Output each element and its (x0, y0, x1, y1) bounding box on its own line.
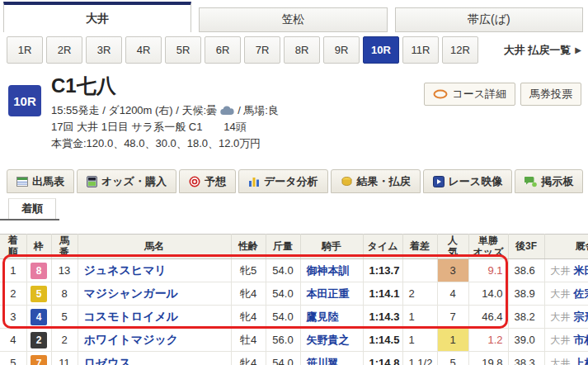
payout-list-link[interactable]: 大井 払戻一覧 ▶ (504, 43, 581, 58)
betting-label: 馬券投票 (529, 87, 572, 102)
table-header-row: 着 順 枠 馬 番 馬名 性齢 斤量 騎手 タイム 着差 人 気 単勝 オッズ … (0, 235, 588, 259)
sub-tab-label: 着順 (21, 201, 43, 216)
tab-odds-purchase[interactable]: オッズ・購入 (77, 169, 176, 193)
time-cell: 1:14.1 (363, 282, 402, 306)
trainer-link[interactable]: 佐宗応 (574, 287, 588, 300)
stable-track: 大井 (551, 334, 571, 346)
results-table: 着 順 枠 馬 番 馬名 性齢 斤量 騎手 タイム 着差 人 気 単勝 オッズ … (0, 234, 588, 365)
track-oval-icon (433, 89, 448, 99)
coins-icon (341, 176, 353, 187)
race-button-1r[interactable]: 1R (7, 36, 43, 64)
bracket-cell: 2 (26, 329, 51, 352)
jockey-link[interactable]: 御神本訓 (307, 264, 350, 277)
margin-cell: 1 (402, 329, 437, 352)
horse-name-cell: マジシャンガール (78, 282, 231, 306)
race-button-3r[interactable]: 3R (86, 36, 122, 64)
jockey-link[interactable]: 鷹見陸 (307, 310, 339, 323)
race-conditions-line: 15:55発走 / ダ1200m (右) / 天候:曇 / 馬場:良 (51, 102, 279, 119)
bar-chart-icon (248, 176, 260, 187)
trainer-link[interactable]: 米田英 (574, 264, 588, 277)
race-button-8r[interactable]: 8R (284, 36, 320, 64)
horse-name-cell: ホワイトマジック (78, 329, 231, 352)
trainer-link[interactable]: 市村誠 (574, 334, 588, 346)
horse-name-link[interactable]: コスモトロイメル (84, 310, 179, 323)
carried-weight: 54.0 (266, 259, 300, 282)
last-3f-cell: 38.3 (508, 352, 544, 365)
trainer-link[interactable]: 宗形竹 (574, 310, 588, 323)
race-button-4r[interactable]: 4R (125, 36, 162, 64)
table-row: 1 8 13 ジュネスヒマリ 牝5 54.0 御神本訓 1:13.7 3 9.1… (0, 259, 588, 282)
horse-name-link[interactable]: ジュネスヒマリ (84, 263, 167, 277)
time-cell: 1:14.8 (363, 352, 402, 365)
results-table-wrap: 着 順 枠 馬 番 馬名 性齢 斤量 騎手 タイム 着差 人 気 単勝 オッズ … (0, 234, 588, 365)
margin-cell (402, 259, 437, 282)
bracket-badge: 7 (31, 355, 47, 365)
tab-race-video[interactable]: レース映像 (423, 169, 513, 193)
carried-weight: 54.0 (266, 282, 300, 306)
carried-weight: 54.0 (266, 306, 300, 329)
jockey-cell: 御神本訓 (300, 259, 363, 282)
win-odds-cell: 19.8 (468, 352, 508, 365)
track-tab-obihiro[interactable]: 帯広(ば) (395, 7, 583, 32)
jockey-cell: 本田正重 (300, 282, 363, 306)
popularity-cell: 5 (437, 352, 468, 365)
race-button-6r[interactable]: 6R (205, 36, 241, 64)
tab-results-payout-label: 結果・払戻 (357, 174, 411, 189)
win-odds-cell: 1.2 (468, 329, 508, 352)
tab-prediction-label: 予想 (205, 174, 226, 189)
horse-name-cell: ロゼウス (78, 352, 231, 365)
cloud-weather-icon (220, 106, 234, 116)
target-icon (189, 176, 200, 187)
col-header-last3f: 後3F (508, 235, 544, 259)
tab-racecard[interactable]: 出馬表 (7, 169, 74, 193)
col-header-weight: 斤量 (266, 235, 300, 259)
sub-tab-finish-order[interactable]: 着順 (8, 198, 56, 219)
col-header-popularity: 人 気 (437, 235, 468, 259)
jockey-link[interactable]: 笹川翼 (307, 357, 339, 365)
tab-data-analysis[interactable]: データ分析 (238, 169, 328, 193)
col-header-odds: 単勝 オッズ (468, 235, 508, 259)
win-odds-cell: 14.0 (468, 282, 508, 306)
race-button-10r[interactable]: 10R (363, 36, 399, 64)
chat-icon (524, 176, 537, 187)
tab-prediction[interactable]: 予想 (179, 169, 236, 193)
track-tab-oi[interactable]: 大井 (3, 2, 191, 32)
bracket-badge: 2 (31, 332, 47, 348)
finish-pos: 1 (0, 259, 26, 282)
video-icon (433, 176, 445, 187)
race-button-11r[interactable]: 11R (402, 36, 439, 64)
bracket-cell: 7 (26, 352, 51, 365)
time-cell: 1:14.3 (363, 306, 402, 329)
win-odds-cell: 9.1 (468, 259, 508, 282)
finish-pos: 4 (0, 329, 26, 352)
track-tab-kasamatsu[interactable]: 笠松 (199, 7, 387, 32)
horse-name-link[interactable]: ホワイトマジック (84, 333, 179, 346)
popularity-cell: 4 (437, 282, 468, 306)
jockey-link[interactable]: 矢野貴之 (307, 334, 350, 346)
win-odds-cell: 46.4 (468, 306, 508, 329)
race-button-5r[interactable]: 5R (165, 36, 201, 64)
course-detail-button[interactable]: コース詳細 (424, 83, 515, 106)
finish-pos: 2 (0, 282, 26, 306)
sex-age: 牝4 (231, 306, 266, 329)
calculator-icon (87, 176, 97, 187)
race-number-badge: 10R (8, 85, 41, 116)
trainer-link[interactable]: 上杉昌 (574, 357, 588, 365)
bracket-cell: 5 (26, 282, 51, 306)
race-number-nav: 1R 2R 3R 4R 5R 6R 7R 8R 9R 10R 11R 12R 大… (7, 36, 581, 64)
betting-button[interactable]: 馬券投票 (520, 83, 581, 106)
jockey-cell: 鷹見陸 (300, 306, 363, 329)
race-button-9r[interactable]: 9R (323, 36, 360, 64)
stable-cell: 大井市村誠 (544, 329, 588, 352)
horse-name-link[interactable]: ロゼウス (84, 356, 131, 365)
tab-bulletin-board[interactable]: 掲示板 (515, 169, 583, 193)
jockey-link[interactable]: 本田正重 (307, 287, 350, 300)
race-button-12r[interactable]: 12R (442, 36, 478, 64)
race-result-page: 大井 笠松 帯広(ば) 1R 2R 3R 4R 5R 6R 7R 8R 9R 1… (0, 0, 588, 365)
race-button-2r[interactable]: 2R (46, 36, 82, 64)
horse-name-link[interactable]: マジシャンガール (84, 287, 178, 300)
table-row: 4 2 2 ホワイトマジック 牡4 56.0 矢野貴之 1:14.5 1 1 1… (0, 329, 588, 352)
tab-results-payout[interactable]: 結果・払戻 (331, 169, 421, 193)
stable-track: 大井 (551, 288, 571, 300)
race-button-7r[interactable]: 7R (244, 36, 280, 64)
